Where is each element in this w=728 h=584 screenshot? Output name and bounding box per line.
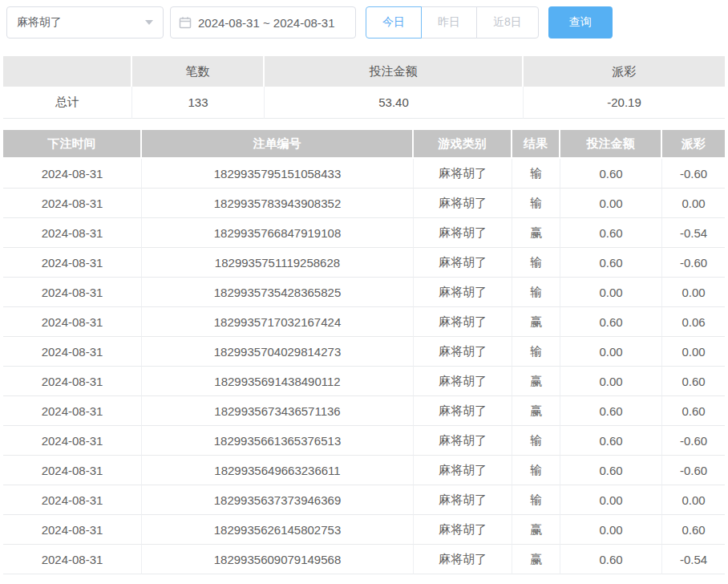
- cell-payout: 0.00: [662, 278, 725, 307]
- table-row: 2024-08-311829935691438490112麻将胡了赢0.000.…: [3, 367, 725, 396]
- cell-bet-time: 2024-08-31: [3, 367, 142, 396]
- summary-total-payout: -20.19: [524, 87, 725, 119]
- cell-payout: -0.60: [662, 248, 725, 278]
- summary-total-row: 总计 133 53.40 -20.19: [3, 87, 725, 119]
- summary-total-bet-amount: 53.40: [265, 87, 524, 119]
- cell-result: 输: [512, 189, 560, 218]
- cell-payout: 0.60: [662, 396, 725, 426]
- cell-bet-amount: 0.00: [560, 337, 662, 367]
- cell-bet-time: 2024-08-31: [3, 189, 142, 218]
- cell-bet-time: 2024-08-31: [3, 307, 142, 337]
- cell-result: 输: [512, 426, 560, 456]
- cell-bet-time: 2024-08-31: [3, 456, 142, 485]
- quick-range-group: 今日 昨日 近8日: [366, 6, 539, 39]
- summary-header-count: 笔数: [132, 56, 265, 87]
- cell-bet-time: 2024-08-31: [3, 485, 142, 515]
- summary-total-count: 133: [132, 87, 265, 119]
- cell-bet-amount: 0.60: [560, 456, 662, 485]
- cell-payout: -0.60: [662, 159, 725, 189]
- cell-bet-amount: 0.00: [560, 189, 662, 218]
- cell-bet-amount: 0.60: [560, 545, 662, 574]
- cell-payout: -0.60: [662, 426, 725, 456]
- cell-bet-amount: 0.60: [560, 396, 662, 426]
- cell-payout: 0.00: [662, 485, 725, 515]
- cell-bet-amount: 0.00: [560, 278, 662, 307]
- cell-payout: -0.54: [662, 545, 725, 574]
- cell-bet-id: 1829935766847919108: [142, 218, 414, 248]
- cell-bet-time: 2024-08-31: [3, 396, 142, 426]
- cell-bet-amount: 0.60: [560, 426, 662, 456]
- table-row: 2024-08-311829935637373946369麻将胡了输0.000.…: [3, 485, 725, 515]
- cell-result: 输: [512, 485, 560, 515]
- header-bet-amount: 投注金额: [560, 130, 662, 159]
- cell-bet-id: 1829935691438490112: [142, 367, 414, 396]
- calendar-icon: [179, 16, 192, 29]
- cell-payout: -0.54: [662, 218, 725, 248]
- cell-bet-id: 1829935637373946369: [142, 485, 414, 515]
- game-select[interactable]: 麻将胡了: [6, 6, 164, 39]
- cell-payout: 0.00: [662, 189, 725, 218]
- records-header-row: 下注时间 注单编号 游戏类别 结果 投注金额 派彩: [3, 130, 725, 159]
- cell-bet-amount: 0.60: [560, 248, 662, 278]
- cell-game-type: 麻将胡了: [414, 456, 512, 485]
- cell-game-type: 麻将胡了: [414, 189, 512, 218]
- cell-result: 输: [512, 337, 560, 367]
- cell-bet-id: 1829935661365376513: [142, 426, 414, 456]
- query-button[interactable]: 查询: [548, 6, 613, 39]
- cell-bet-time: 2024-08-31: [3, 218, 142, 248]
- table-row: 2024-08-311829935626145802753麻将胡了赢0.000.…: [3, 515, 725, 545]
- summary-header-payout: 派彩: [524, 56, 725, 87]
- cell-bet-id: 1829935704029814273: [142, 337, 414, 367]
- cell-game-type: 麻将胡了: [414, 426, 512, 456]
- cell-result: 赢: [512, 218, 560, 248]
- table-row: 2024-08-311829935735428365825麻将胡了输0.000.…: [3, 278, 725, 307]
- date-range-input[interactable]: 2024-08-31 ~ 2024-08-31: [170, 6, 356, 39]
- game-select-value: 麻将胡了: [17, 15, 62, 30]
- cell-game-type: 麻将胡了: [414, 545, 512, 574]
- summary-table: 笔数 投注金额 派彩 总计 133 53.40 -20.19: [3, 56, 725, 119]
- cell-bet-time: 2024-08-31: [3, 545, 142, 574]
- cell-bet-time: 2024-08-31: [3, 278, 142, 307]
- cell-bet-amount: 0.00: [560, 485, 662, 515]
- cell-result: 赢: [512, 396, 560, 426]
- cell-payout: 0.06: [662, 307, 725, 337]
- cell-result: 输: [512, 278, 560, 307]
- cell-game-type: 麻将胡了: [414, 367, 512, 396]
- yesterday-button[interactable]: 昨日: [421, 6, 477, 39]
- cell-game-type: 麻将胡了: [414, 159, 512, 189]
- cell-bet-id: 1829935609079149568: [142, 545, 414, 574]
- cell-payout: -0.60: [662, 456, 725, 485]
- cell-bet-id: 1829935783943908352: [142, 189, 414, 218]
- header-bet-id: 注单编号: [142, 130, 414, 159]
- last-8-days-button[interactable]: 近8日: [476, 6, 539, 39]
- header-payout: 派彩: [662, 130, 725, 159]
- cell-game-type: 麻将胡了: [414, 248, 512, 278]
- cell-bet-time: 2024-08-31: [3, 337, 142, 367]
- cell-bet-id: 1829935735428365825: [142, 278, 414, 307]
- cell-bet-amount: 0.00: [560, 515, 662, 545]
- header-bet-time: 下注时间: [3, 130, 142, 159]
- toolbar: 麻将胡了 2024-08-31 ~ 2024-08-31 今日 昨日 近8日 查…: [0, 0, 728, 39]
- bet-records-table: 下注时间 注单编号 游戏类别 结果 投注金额 派彩 2024-08-311829…: [3, 130, 725, 574]
- table-row: 2024-08-311829935783943908352麻将胡了输0.000.…: [3, 189, 725, 218]
- cell-bet-time: 2024-08-31: [3, 248, 142, 278]
- cell-bet-time: 2024-08-31: [3, 426, 142, 456]
- summary-total-label: 总计: [3, 87, 132, 119]
- table-row: 2024-08-311829935795151058433麻将胡了输0.60-0…: [3, 159, 725, 189]
- cell-result: 赢: [512, 545, 560, 574]
- table-row: 2024-08-311829935609079149568麻将胡了赢0.60-0…: [3, 545, 725, 574]
- cell-result: 赢: [512, 367, 560, 396]
- cell-game-type: 麻将胡了: [414, 278, 512, 307]
- cell-bet-id: 1829935649663236611: [142, 456, 414, 485]
- cell-game-type: 麻将胡了: [414, 485, 512, 515]
- summary-header-row: 笔数 投注金额 派彩: [3, 56, 725, 87]
- table-row: 2024-08-311829935717032167424麻将胡了赢0.600.…: [3, 307, 725, 337]
- cell-bet-id: 1829935717032167424: [142, 307, 414, 337]
- cell-bet-id: 1829935673436571136: [142, 396, 414, 426]
- table-row: 2024-08-311829935751119258628麻将胡了输0.60-0…: [3, 248, 725, 278]
- table-row: 2024-08-311829935649663236611麻将胡了输0.60-0…: [3, 456, 725, 485]
- cell-game-type: 麻将胡了: [414, 396, 512, 426]
- today-button[interactable]: 今日: [366, 6, 422, 39]
- cell-payout: 0.60: [662, 515, 725, 545]
- cell-bet-amount: 0.00: [560, 367, 662, 396]
